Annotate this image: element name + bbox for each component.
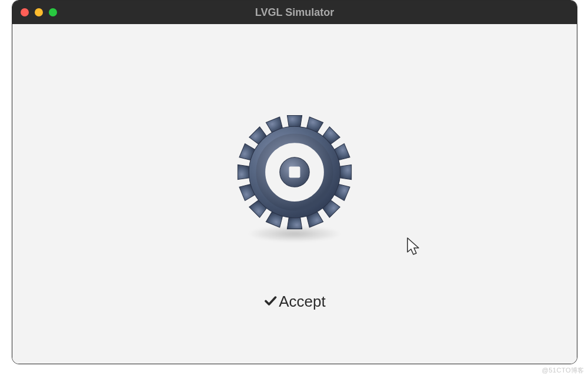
gear-shadow bbox=[248, 226, 342, 242]
window-title: LVGL Simulator bbox=[12, 6, 577, 19]
gear-image bbox=[233, 110, 356, 236]
traffic-lights bbox=[21, 8, 57, 16]
svg-rect-8 bbox=[289, 167, 300, 178]
app-window: LVGL Simulator bbox=[12, 0, 577, 364]
window-maximize-button[interactable] bbox=[49, 8, 57, 16]
window-content: Accept bbox=[12, 24, 577, 364]
accept-text: Accept bbox=[279, 292, 326, 310]
cursor-icon bbox=[406, 237, 422, 258]
window-minimize-button[interactable] bbox=[35, 8, 43, 16]
watermark-text: @51CTO博客 bbox=[542, 366, 584, 375]
check-icon bbox=[263, 294, 278, 308]
gear-icon bbox=[233, 110, 356, 234]
accept-label-row: Accept bbox=[263, 292, 326, 310]
titlebar: LVGL Simulator bbox=[12, 1, 577, 24]
window-close-button[interactable] bbox=[21, 8, 29, 16]
